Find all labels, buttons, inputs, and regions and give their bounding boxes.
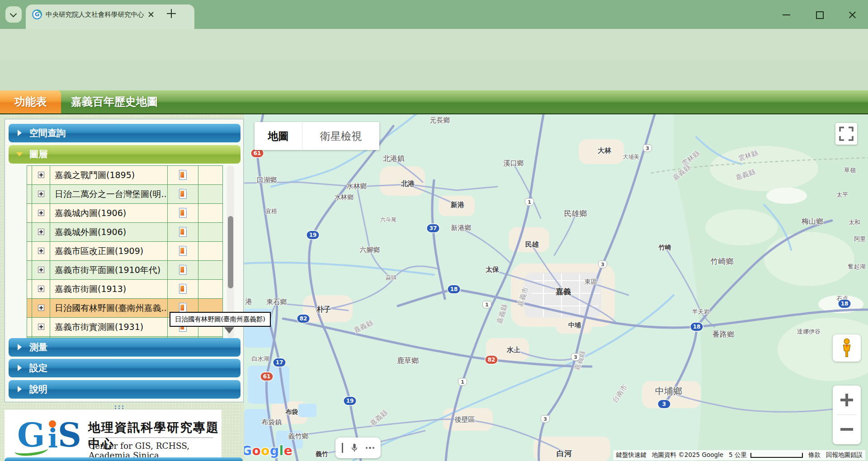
accordion-settings[interactable]: 設定 [9,359,241,377]
layer-name[interactable]: 日治二萬分之一台灣堡圖(明... [50,185,167,203]
window-maximize-button[interactable] [815,10,825,20]
expand-toggle[interactable] [32,280,50,298]
window-minimize-button[interactable] [782,10,792,20]
layer-name[interactable]: 嘉義市區改正圖(1909) [50,242,167,260]
highway-shield: 18 [691,323,703,331]
map-place-label: 北港 [401,179,415,188]
pegman-control[interactable] [833,334,861,362]
layer-info-button[interactable] [167,223,198,241]
layer-info-button[interactable] [167,242,198,260]
map-place-label: 蒜頭 [386,274,396,282]
expand-toggle[interactable] [32,204,50,222]
map-place-label: 嘉義縣 [735,168,757,182]
map-place-label: 港 [245,297,252,306]
voice-search-pill[interactable] [335,437,381,458]
plus-icon [38,286,44,292]
layer-name[interactable]: 嘉義城外圖(1906) [50,223,167,241]
layer-info-button[interactable] [167,166,198,184]
bookmarks-bar [0,60,868,90]
layer-row[interactable]: 日治二萬分之一台灣堡圖(明... [27,185,222,204]
layer-name[interactable]: 嘉義市街平面圖(1910年代) [50,261,167,279]
layer-name[interactable]: 嘉義市街圖(1913) [50,280,167,298]
map-type-satellite-button[interactable]: 衛星檢視 [302,122,379,150]
keyboard-shortcuts-link[interactable]: 鍵盤快速鍵 [613,450,650,460]
map-type-map-button[interactable]: 地圖 [255,122,302,150]
row-spacer [198,261,222,279]
accordion-spatial-query[interactable]: 空間查詢 [9,124,241,142]
plus-icon [38,210,44,216]
layer-info-button[interactable] [167,204,198,222]
highway-shield: 1 [482,301,491,309]
map-place-label: 太保 [486,265,499,274]
more-options-icon[interactable] [366,447,375,449]
layer-info-button[interactable] [167,185,198,203]
highway-shield: 82 [297,315,310,323]
tab-close-icon[interactable] [147,10,155,19]
report-map-error-link[interactable]: 回報地圖錯誤 [823,450,865,460]
highway-shield: 18 [448,285,460,293]
document-icon [179,246,187,256]
accord­ion-measure[interactable]: 測量 [9,338,241,357]
scrollbar-thumb[interactable] [228,216,233,288]
map-place-label: 嘉義縣 [495,303,509,325]
accordion-layers[interactable]: 圖層 [9,145,241,164]
chevron-down-icon [10,10,17,18]
zoom-out-button[interactable] [833,415,861,444]
collapsed-arrow-icon [18,365,22,371]
terms-link[interactable]: 條款 [806,450,823,460]
page-header: 功能表 嘉義百年歷史地圖 [0,90,868,114]
layer-row[interactable]: 嘉義城外圖(1906) [27,223,222,242]
expand-toggle[interactable] [32,166,50,184]
expand-toggle[interactable] [32,223,50,241]
document-icon [179,189,187,199]
map-place-label: 大林 [598,146,611,155]
google-logo: Google [244,443,292,458]
layer-row[interactable]: 嘉義之戰鬥圖(1895) [27,166,222,185]
layer-name[interactable]: 嘉義市街實測圖(1931) [50,318,167,336]
highway-shield: 3 [571,353,580,361]
page-title: 嘉義百年歷史地圖 [71,90,158,113]
menu-tab[interactable]: 功能表 [0,90,61,113]
layer-name[interactable]: 嘉義城內圖(1906) [50,204,167,222]
map-place-label: 六斗尾 [380,216,396,224]
layer-row[interactable]: 嘉義市區改正圖(1909) [27,242,222,261]
bottom-accordion-sliver [5,457,243,461]
window-close-button[interactable] [848,10,858,20]
fullscreen-button[interactable] [835,123,857,145]
layer-info-button[interactable] [167,261,198,279]
accordion-label: 測量 [29,338,47,357]
zoom-in-button[interactable] [833,386,861,414]
layer-info-button[interactable] [167,280,198,298]
expand-toggle[interactable] [32,185,50,203]
map-place-label: 朴子 [316,305,331,315]
panel-resize-handle[interactable] [112,405,130,409]
highway-shield: 61 [261,372,273,381]
map-place-label: 阿里 [854,235,866,243]
layer-name[interactable]: 日治國有林野圖(臺南州嘉義... [50,299,167,317]
map-place-label: 嘉義縣 [353,319,375,335]
google-logo-letter: o [261,443,270,458]
expand-toggle[interactable] [32,242,50,260]
plus-icon [38,191,44,197]
layer-name[interactable]: 嘉義之戰鬥圖(1895) [50,166,167,184]
layer-row[interactable]: 嘉義市街圖(1913) [27,280,222,299]
layer-row[interactable]: 嘉義市街平面圖(1910年代) [27,261,222,280]
new-tab-button[interactable] [165,8,177,20]
tab-search-button[interactable] [5,6,22,23]
expand-toggle[interactable] [32,261,50,279]
accordion-help[interactable]: 說明 [9,380,241,399]
accordion-label: 圖層 [29,145,47,164]
document-icon [179,284,187,294]
highway-shield: 3 [541,415,550,423]
map-canvas[interactable]: 元長鄉北港鎮溪口鄉大林大埔美雲林縣雲林縣嘉義縣嘉義縣草嶺口湖鄉水林鄉北港水林鄉宜… [244,114,868,461]
expand-toggle[interactable] [32,318,50,336]
layer-row[interactable]: 嘉義城內圖(1906) [27,204,222,223]
gis-center-logo: G i S 地理資訊科學研究專題中心 Center for GIS, RCHSS… [5,409,222,461]
row-spacer [198,280,222,298]
map-place-label: 水上 [507,346,520,354]
tree-indent [27,261,32,279]
microphone-icon[interactable] [349,443,359,453]
google-logo-letter: e [284,443,293,458]
highway-shield: 3 [598,261,607,268]
expand-toggle[interactable] [32,299,50,317]
